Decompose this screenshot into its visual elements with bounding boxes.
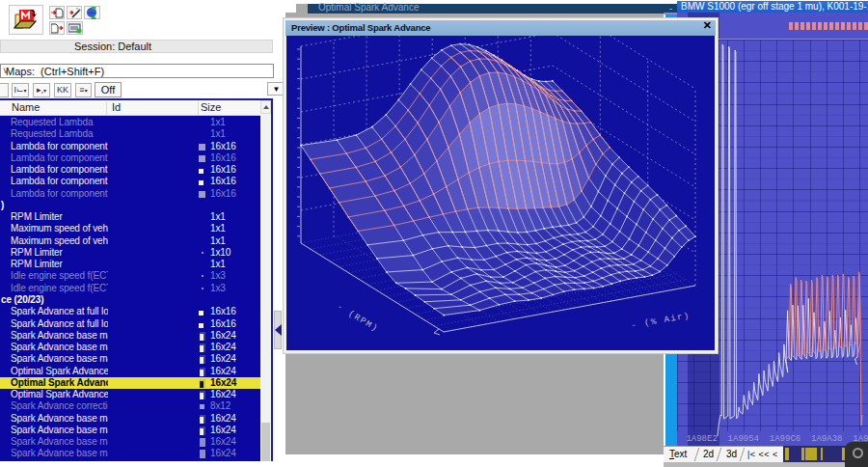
svg-text:- (RPM): - (RPM) [335,302,380,334]
svg-text:- (% Air): - (% Air) [631,311,692,331]
